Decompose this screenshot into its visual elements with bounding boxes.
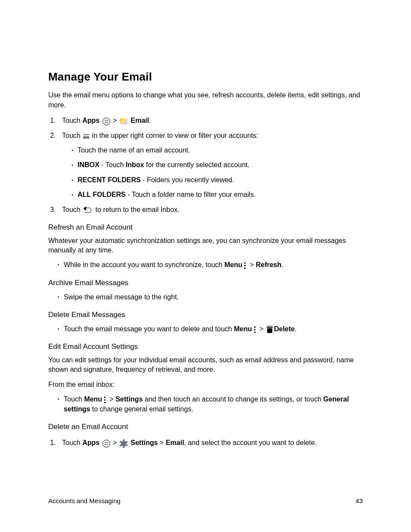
list-item: Touch Apps > Settings > Email, and selec… — [58, 438, 363, 448]
text: Touch the email message you want to dele… — [64, 325, 234, 333]
step-1: Touch Apps > Email. — [58, 116, 363, 125]
step-3: Touch to return to the email Inbox. — [58, 205, 363, 215]
separator: > — [258, 325, 265, 333]
list-item: Swipe the email message to the right. — [58, 292, 363, 302]
text: - Touch a folder name to filter your ema… — [126, 191, 256, 198]
text: and then touch an account to change its … — [143, 395, 323, 403]
section-delete-heading: Delete Email Messages — [48, 310, 363, 320]
list-item: Touch Menu > Settings and then touch an … — [58, 395, 363, 414]
text: Touch — [64, 395, 84, 403]
apps-label: Apps — [82, 117, 100, 124]
text: Touch — [62, 206, 82, 213]
email-label: Email — [131, 117, 149, 124]
edit-list: Touch Menu > Settings and then touch an … — [48, 395, 363, 414]
hamburger-icon — [83, 134, 89, 139]
section-edit-heading: Edit Email Account Settings — [48, 342, 363, 352]
page-title: Manage Your Email — [48, 69, 363, 84]
apps-label: Apps — [82, 439, 100, 446]
email-label: Email — [166, 439, 184, 446]
delete-account-steps: Touch Apps > Settings > Email, and selec… — [48, 438, 363, 448]
text: - Touch — [100, 161, 126, 168]
dot: . — [281, 261, 283, 268]
dot: . — [295, 325, 296, 333]
text: Touch — [62, 132, 82, 139]
settings-label: Settings — [115, 395, 143, 403]
apps-icon — [103, 440, 110, 448]
list-item: INBOX - Touch Inbox for the currently se… — [72, 160, 363, 170]
step-2-sublist: Touch the name of an email account. INBO… — [62, 146, 363, 200]
menu-label: Menu — [84, 395, 102, 403]
separator: > — [158, 439, 165, 446]
list-item: Touch the email message you want to dele… — [58, 324, 363, 334]
page-footer: Accounts and Messaging 43 — [48, 496, 363, 505]
text: , and select the account you want to del… — [184, 439, 317, 446]
recent-folders-label: RECENT FOLDERS — [78, 176, 141, 184]
section-delete-account-heading: Delete an Email Account — [48, 422, 363, 432]
text: for the currently selected account. — [144, 161, 249, 168]
list-item: While in the account you want to synchro… — [58, 260, 363, 270]
separator: > — [248, 261, 255, 268]
archive-list: Swipe the email message to the right. — [48, 292, 363, 302]
delete-list: Touch the email message you want to dele… — [48, 324, 363, 334]
section-refresh-heading: Refresh an Email Account — [48, 222, 363, 233]
list-item: RECENT FOLDERS - Folders you recently vi… — [72, 175, 363, 185]
page-number: 43 — [355, 496, 363, 505]
overflow-icon — [243, 262, 247, 269]
trash-icon — [267, 327, 273, 333]
refresh-paragraph: Whatever your automatic synchronization … — [48, 236, 363, 255]
steps-list: Touch Apps > Email. Touch in the upper r… — [48, 116, 363, 215]
text: in the upper right corner to view or fil… — [90, 132, 258, 139]
edit-paragraph: You can edit settings for your individua… — [48, 355, 363, 375]
list-item: ALL FOLDERS - Touch a folder name to fil… — [72, 190, 363, 199]
inbox-label: INBOX — [78, 161, 100, 168]
refresh-list: While in the account you want to synchro… — [48, 260, 363, 270]
delete-label: Delete — [274, 325, 295, 333]
overflow-icon — [253, 327, 257, 333]
inbox-word: Inbox — [126, 161, 144, 168]
intro-paragraph: Use the email menu options to change wha… — [48, 90, 363, 110]
overflow-icon — [103, 397, 107, 404]
text: to change general email settings. — [90, 405, 193, 413]
separator: > — [111, 439, 119, 446]
text: to return to the email Inbox. — [93, 206, 179, 213]
section-archive-heading: Archive Email Messages — [48, 278, 363, 288]
text: While in the account you want to synchro… — [64, 261, 224, 268]
email-icon — [120, 118, 128, 124]
text: - Folders you recently viewed. — [141, 176, 234, 184]
menu-label: Menu — [234, 325, 252, 333]
text: Touch — [62, 439, 82, 446]
apps-icon — [103, 118, 110, 125]
settings-label: Settings — [131, 439, 158, 446]
step-2: Touch in the upper right corner to view … — [58, 131, 363, 200]
refresh-label: Refresh — [256, 261, 282, 268]
back-icon — [83, 208, 93, 213]
list-item: Touch the name of an email account. — [72, 146, 363, 155]
menu-label: Menu — [224, 261, 243, 268]
all-folders-label: ALL FOLDERS — [78, 191, 126, 198]
separator: > — [111, 117, 119, 124]
dot: . — [149, 117, 151, 124]
settings-gear-icon — [120, 440, 128, 448]
text: Touch — [62, 117, 82, 124]
footer-section-title: Accounts and Messaging — [48, 496, 121, 505]
edit-paragraph-2: From the email inbox: — [48, 380, 363, 389]
separator: > — [108, 395, 115, 403]
